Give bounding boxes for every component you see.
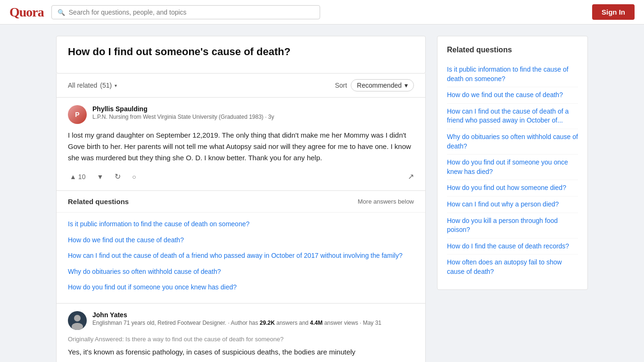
sidebar-link-8[interactable]: How do I find the cause of death records… [447, 239, 578, 255]
all-related-filter[interactable]: All related (51) [68, 82, 117, 89]
answer-text-john: Yes, it's known as forensic pathology, i… [68, 346, 414, 358]
sidebar-link-9[interactable]: How often does an autopsy fail to show c… [447, 255, 578, 280]
more-answers-label: More answers below [358, 198, 414, 205]
related-section-inline: Related questions More answers below Is … [56, 191, 426, 304]
sidebar-link-1[interactable]: How do we find out the cause of death? [447, 87, 578, 104]
related-section-title: Related questions [68, 197, 129, 206]
search-bar[interactable] [51, 5, 321, 19]
sidebar-link-5[interactable]: How do you find out how someone died? [447, 180, 578, 197]
originally-answered: Originally Answered: Is there a way to f… [68, 336, 414, 343]
sort-value: Recommended [357, 82, 402, 89]
sort-control: Sort Recommended [335, 79, 414, 91]
upvote-button-phyllis[interactable]: 10 [68, 171, 87, 182]
answerer-cred-john: Englishman 71 years old, Retired Footwea… [92, 320, 381, 326]
answerer-name-phyllis[interactable]: Phyllis Spaulding [92, 105, 274, 113]
avatar-initials: P [75, 111, 79, 118]
refresh-icon [115, 172, 121, 181]
svg-point-1 [72, 323, 83, 330]
related-link-4[interactable]: How do you find out if someone you once … [68, 280, 414, 296]
sidebar-link-3[interactable]: Why do obituaries so often withhold caus… [447, 129, 578, 155]
question-card: How do I find out someone's cause of dea… [56, 36, 426, 74]
sidebar-link-0[interactable]: Is it public information to find the cau… [447, 62, 578, 87]
answer-card-phyllis: P Phyllis Spaulding L.P.N. Nursing from … [56, 98, 426, 191]
sign-in-button[interactable]: Sign In [592, 4, 635, 20]
answer-text-phyllis: I lost my grand daughter on September 12… [68, 130, 414, 164]
share-rotate-button-phyllis[interactable] [113, 170, 123, 183]
sidebar-title: Related questions [447, 46, 578, 54]
share-button-phyllis[interactable] [408, 172, 414, 181]
answer-card-john: John Yates Englishman 71 years old, Reti… [56, 304, 426, 362]
sort-dropdown[interactable]: Recommended [351, 79, 414, 91]
downvote-icon [97, 173, 103, 181]
upvote-count-phyllis: 10 [78, 173, 86, 181]
sidebar-link-7[interactable]: How do you kill a person through food po… [447, 213, 578, 239]
answer-actions-phyllis: 10 [68, 170, 414, 183]
downvote-button-phyllis[interactable] [95, 171, 105, 182]
left-column: How do I find out someone's cause of dea… [56, 36, 426, 362]
related-link-1[interactable]: How do we find out the cause of death? [68, 232, 414, 248]
all-related-label: All related [68, 82, 97, 89]
answerer-info-john: John Yates Englishman 71 years old, Reti… [68, 311, 414, 330]
chevron-down-icon [115, 83, 117, 88]
related-link-0[interactable]: Is it public information to find the cau… [68, 216, 414, 232]
svg-point-0 [74, 315, 81, 321]
comment-button-phyllis[interactable] [130, 171, 138, 182]
sidebar-link-4[interactable]: How do you find out if someone you once … [447, 155, 578, 180]
sort-chevron-icon [405, 82, 408, 89]
answerer-details-john: John Yates Englishman 71 years old, Reti… [92, 311, 381, 326]
answerer-details-phyllis: Phyllis Spaulding L.P.N. Nursing from We… [92, 105, 274, 120]
search-icon [58, 8, 65, 16]
right-column: Related questions Is it public informati… [437, 36, 588, 362]
search-input[interactable] [69, 8, 314, 16]
share-icon [408, 173, 414, 181]
sort-bar: All related (51) Sort Recommended [56, 74, 426, 98]
sort-label: Sort [335, 82, 347, 89]
sidebar-link-2[interactable]: How can I find out the cause of death of… [447, 104, 578, 129]
related-link-3[interactable]: Why do obituaries so often withhold caus… [68, 264, 414, 280]
all-related-count: (51) [100, 82, 112, 89]
avatar-phyllis: P [68, 105, 87, 124]
user-silhouette-icon [68, 311, 87, 330]
main-content: How do I find out someone's cause of dea… [49, 25, 595, 362]
quora-logo[interactable]: Quora [9, 5, 44, 20]
upvote-icon [70, 173, 76, 181]
related-link-2[interactable]: How can I find out the cause of death of… [68, 248, 414, 264]
avatar-john [68, 311, 87, 330]
answerer-name-john[interactable]: John Yates [92, 311, 381, 319]
related-links-list: Is it public information to find the cau… [57, 213, 425, 303]
related-questions-sidebar: Related questions Is it public informati… [437, 36, 588, 290]
sidebar-link-6[interactable]: How can I find out why a person died? [447, 197, 578, 213]
header: Quora Sign In [0, 0, 644, 25]
question-title: How do I find out someone's cause of dea… [68, 46, 414, 58]
answerer-cred-phyllis: L.P.N. Nursing from West Virginia State … [92, 114, 274, 120]
related-section-header: Related questions More answers below [57, 191, 425, 213]
answerer-info-phyllis: P Phyllis Spaulding L.P.N. Nursing from … [68, 105, 414, 124]
comment-icon [132, 173, 136, 181]
